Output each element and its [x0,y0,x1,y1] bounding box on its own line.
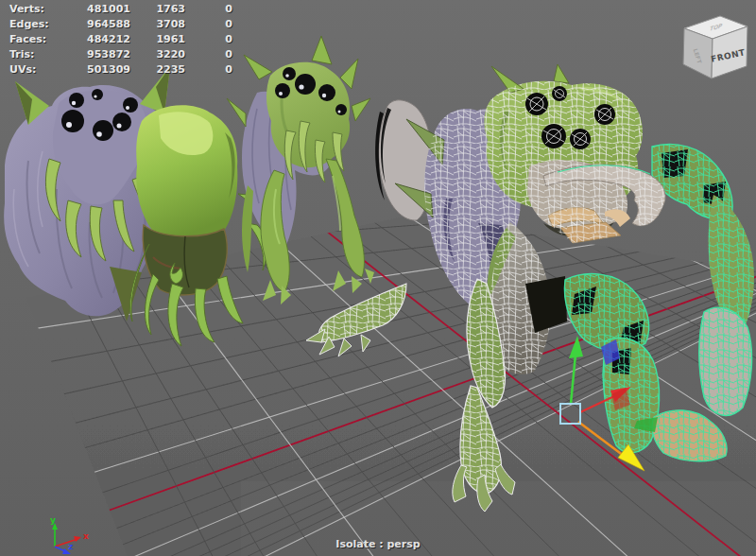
hud-label: Edges: [9,17,74,32]
view-cube[interactable]: FRONT TOP LEFT [683,16,747,78]
hud-selected: 1763 [130,2,185,17]
hud-selected: 3220 [130,47,185,62]
manip-y-arrow[interactable] [569,336,583,358]
selected-claws [548,208,630,243]
selected-creature-far-hand[interactable] [306,284,406,356]
hud-total: 501309 [74,62,130,78]
hud-other: 0 [185,17,232,32]
hud-row-edges: Edges: 964588 3708 0 [9,17,232,32]
axis-gizmo-y-label: y [50,515,56,525]
hud-row-tris: Tris: 953872 3220 0 [9,47,232,62]
hud-selected: 3708 [130,17,185,32]
hud-total: 484212 [74,32,130,47]
hud-row-verts: Verts: 481001 1763 0 [9,2,232,17]
selected-leg-right-far [699,195,754,415]
hud-total: 481001 [74,2,130,17]
hud-row-uvs: UVs: 501309 2235 0 [9,62,232,78]
hud-row-faces: Faces: 484212 1961 0 [9,32,232,47]
camera-status-label: Isolate : persp [0,538,756,550]
hud-other: 0 [185,32,232,47]
hud-other: 0 [185,62,232,78]
hud-selected: 2235 [130,62,185,78]
poly-count-hud: Verts: 481001 1763 0 Edges: 964588 3708 … [9,2,232,78]
model-spider-creature[interactable] [227,36,374,304]
hud-other: 0 [185,47,232,62]
hud-selected: 1961 [130,32,185,47]
model-selected-creature[interactable] [395,64,754,512]
hud-other: 0 [185,2,232,17]
hud-label: UVs: [9,62,74,78]
hud-total: 953872 [74,47,130,62]
scene-canvas: FRONT TOP LEFT y x z [0,0,756,556]
hud-label: Verts: [9,2,74,17]
hud-label: Faces: [9,32,74,47]
hud-total: 964588 [74,17,130,32]
hud-label: Tris: [9,47,74,62]
maya-3d-viewport[interactable]: FRONT TOP LEFT y x z Verts: 481001 1763 … [0,0,756,556]
